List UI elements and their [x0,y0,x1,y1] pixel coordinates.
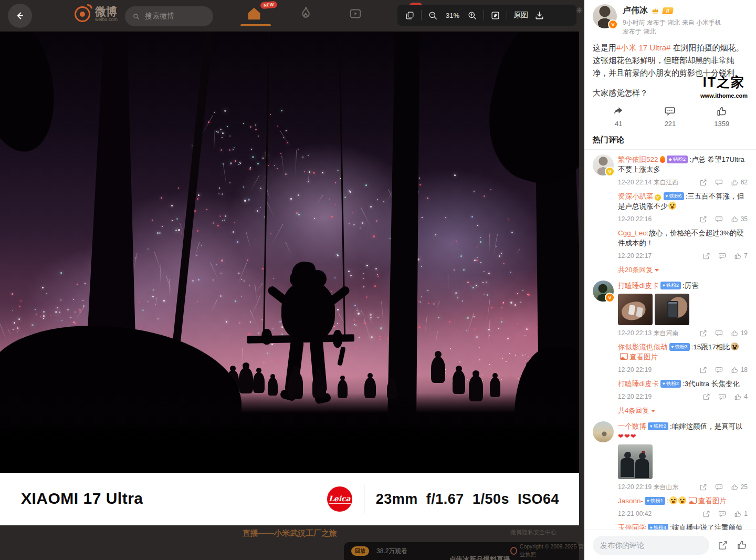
share-comment-icon[interactable] [699,366,707,374]
share-comment-icon[interactable] [699,329,707,337]
comment-image[interactable] [655,294,689,325]
reply-icon[interactable] [715,179,723,186]
comment-button[interactable]: 221 [644,106,696,128]
download-button[interactable] [534,11,544,20]
fan-badge: 铁粉1 [645,497,665,505]
view-image-link[interactable]: 查看图片 [618,353,658,361]
back-button[interactable] [8,4,32,28]
comment-image[interactable] [618,294,653,325]
commenter-name[interactable]: 繁华依旧522 [618,155,658,163]
commenter-name[interactable]: Cgg_Leo [618,229,647,237]
reply-icon[interactable] [715,215,723,223]
share-comment-icon[interactable] [702,252,710,260]
reply-icon[interactable] [718,393,726,401]
photo[interactable]: XIAOMI 17 Ultra Leica 23mm f/1.67 1/50s … [0,32,579,525]
repost-button[interactable]: 41 [593,106,644,128]
share-comment-icon[interactable] [699,179,707,186]
crying-emoji [678,496,686,504]
fan-badge: 铁粉2 [660,282,681,289]
commenter-name[interactable]: 资深小趴菜 [618,192,654,200]
search-placeholder: 搜索微博 [145,12,174,21]
comment: 一个数博铁粉2:咱婶这颜值，是真可以❤❤❤ 12-20 22:19 来自山东 2… [593,421,748,492]
heart-emojis: ❤❤❤ [618,432,637,440]
original-image-button[interactable]: 原图 [513,11,528,20]
zoom-level: 31% [444,12,461,19]
ithome-watermark: IT之家 www.ithome.com [700,74,748,99]
like-icon[interactable] [737,540,748,551]
nav-home[interactable] [246,5,262,22]
commenter-avatar[interactable]: V [593,154,614,175]
exif-info: 23mm f/1.67 1/50s ISO64 [376,491,559,507]
comment-input[interactable] [593,536,709,555]
reply-icon[interactable] [715,329,723,337]
reply-icon[interactable] [715,366,723,374]
reply-icon[interactable] [718,252,726,260]
commenter-name[interactable]: Jasonn- [618,497,643,505]
laughing-emoji [669,496,677,504]
fullscreen-button[interactable] [490,11,500,20]
hashtag-link[interactable]: #小米 17 Ultra# [616,43,670,52]
like-comment-button[interactable]: 4 [734,393,748,401]
comment: V 打瞌睡di皮卡铁粉2:厉害 12-20 22:13 来自河南 19 [593,281,748,338]
photo-info-bar: XIAOMI 17 Ultra Leica 23mm f/1.67 1/50s … [0,473,579,525]
privacy-link: 微博隐私安全中心 [510,528,584,536]
commenter-avatar[interactable]: V [593,281,614,302]
verified-badge: V [605,167,615,177]
post-panel: V 卢伟冰 II 9小时前 发布于 湖北 来自 小米手机 发布于 湖北 这是用#… [584,0,756,560]
reply-icon[interactable] [715,483,723,491]
dimmed-live-title: 直播——小米武汉工厂之旅 [243,528,337,538]
nav-video[interactable] [348,7,363,20]
verified-badge: V [608,19,618,29]
share-comment-icon[interactable] [699,483,707,491]
like-comment-button[interactable]: 19 [731,329,748,337]
weibo-logo[interactable]: 微博 weibo.com [75,6,118,22]
commenter-name[interactable]: 打瞌睡di皮卡 [618,380,659,388]
like-comment-button[interactable]: 35 [731,215,748,223]
commenter-name[interactable]: 打瞌睡di皮卡 [618,282,659,289]
author-name[interactable]: 卢伟冰 [623,5,648,16]
fan-badge: 铁粉4 [648,524,668,530]
comment-reply: 玉停同学铁粉4:婶直播中说了注重颜值 12-20 22:26 2 [618,523,748,530]
share-comment-icon[interactable] [702,510,710,518]
commenter-name[interactable]: 你似影流也似劫 [618,343,668,351]
comment-reply: 资深小趴菜V铁粉6:三五百不算涨，但是卢总说涨不少 12-20 22:16 35 [618,191,748,224]
view-replies-link[interactable]: 共20条回复 [618,265,748,275]
flame-icon [660,156,665,163]
author-avatar[interactable]: V [593,4,617,28]
view-replies-link[interactable]: 共4条回复 [618,406,748,416]
comment-reply: 你似影流也似劫铁粉3:15跟17相比查看图片 12-20 22:19 18 [618,342,748,375]
like-comment-button[interactable]: 25 [731,483,748,491]
leica-logo: Leica [327,486,352,512]
comment-reply: Cgg_Leo:放心，价格绝不会超过3%的硬件成本的！ 12-20 22:17 … [618,228,748,261]
like-comment-button[interactable]: 1 [734,510,748,518]
commenter-avatar[interactable] [593,421,614,442]
share-comment-icon[interactable] [699,215,707,223]
fireworks-photo [0,32,579,473]
crying-emoji [668,202,676,210]
share-comment-icon[interactable] [702,393,710,401]
dimmed-footer: 微博隐私安全中心 Copyright © 2009-2025 营业执照 [510,528,584,558]
like-comment-button[interactable]: 7 [734,252,748,260]
image-icon [689,497,697,504]
fan-badge: 铁粉6 [664,192,684,200]
comment-image[interactable] [618,444,653,479]
commenter-name[interactable]: 玉停同学 [618,524,646,530]
like-comment-button[interactable]: 18 [731,366,748,374]
commenter-name[interactable]: 一个数博 [618,422,646,430]
zoom-in-button[interactable] [467,11,477,20]
settings-gear-icon[interactable] [575,6,583,14]
like-comment-button[interactable]: 62 [731,179,748,186]
fan-badge: 铁粉3 [669,343,690,351]
fan-badge: 铁粉2 [648,422,668,430]
copyright-text: Copyright © 2009-2025 营业执照 [520,543,584,558]
duplicate-icon[interactable] [405,11,415,20]
reply-icon[interactable] [718,510,726,518]
nav-hot[interactable] [298,5,313,21]
view-image-link[interactable]: 查看图片 [687,497,727,505]
zoom-out-button[interactable] [428,11,438,20]
image-viewer-overlay: 直播——小米武汉工厂之旅 回放 38.2万观看 卢伟冰新品爆料直播 微博隐私安全… [0,0,584,560]
like-button[interactable]: 1359 [696,106,748,128]
image-toolbar: 31% 原图 [397,5,576,26]
share-icon[interactable] [718,540,728,551]
search-input[interactable]: 搜索微博 [125,6,213,26]
